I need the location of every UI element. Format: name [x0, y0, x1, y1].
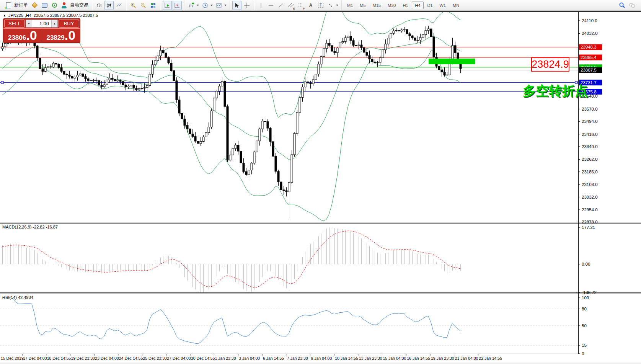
equidistant-channel-icon[interactable]: E	[286, 1, 295, 10]
candle-body	[4, 44, 6, 47]
timeframe-d1-button[interactable]: D1	[424, 2, 436, 9]
rsi-tick-label: 0	[582, 351, 584, 356]
main-pane[interactable]	[0, 12, 578, 221]
price-level-badge-label: 23807.5	[581, 68, 597, 72]
candle-body	[366, 52, 368, 55]
candle-body	[47, 67, 49, 68]
green-highlight-box[interactable]	[429, 59, 475, 64]
period-clock-icon[interactable]	[201, 1, 210, 10]
candle-body	[438, 66, 440, 70]
candle-body	[296, 112, 298, 133]
time-tick-label: 9 Jan 04:00	[311, 356, 332, 361]
volume-value[interactable]: 1.00	[32, 21, 51, 26]
candlestick-chart-icon[interactable]	[104, 1, 114, 10]
candle-body	[69, 75, 70, 77]
candle-body	[425, 31, 427, 35]
candle-body	[63, 71, 65, 74]
macd-label: MACD(12,26,9) -22.82 -16.87	[2, 225, 58, 229]
candle-body	[304, 82, 306, 87]
line-handle[interactable]	[1, 82, 3, 84]
search-icon[interactable]	[618, 1, 627, 10]
period-caret-icon[interactable]	[210, 5, 213, 6]
candle-body	[390, 33, 392, 38]
symbol-period-label: JPN225-,H4	[8, 13, 31, 18]
crosshair-icon[interactable]	[242, 1, 251, 10]
chat-icon[interactable]	[628, 1, 637, 10]
metaeditor-icon[interactable]	[30, 1, 39, 10]
candle-body	[165, 53, 167, 57]
candle-body	[342, 41, 344, 43]
volume-down-button[interactable]: ▼	[26, 20, 32, 27]
vertical-line-icon[interactable]	[256, 1, 266, 10]
candle-body	[58, 64, 60, 68]
new-order-label[interactable]: 新订单	[14, 2, 28, 8]
candle-body	[277, 171, 279, 182]
price-callout-box[interactable]: 23824.9	[531, 57, 569, 72]
text-icon[interactable]: A	[306, 1, 315, 10]
timeframe-h4-button[interactable]: H4	[412, 2, 423, 9]
template-icon[interactable]	[214, 1, 223, 10]
macd-pane[interactable]	[2, 227, 461, 292]
arrows-icon[interactable]	[326, 1, 335, 10]
auto-scroll-icon[interactable]	[163, 1, 172, 10]
candle-body	[130, 85, 132, 86]
volume-up-button[interactable]: ▲	[51, 20, 57, 27]
auto-trading-icon[interactable]	[60, 1, 69, 10]
macd-tick-label: 0.00	[582, 262, 590, 266]
candle-body	[170, 63, 172, 71]
auto-trading-label[interactable]: 自动交易	[70, 2, 88, 8]
candle-body	[114, 79, 116, 81]
time-tick-label: 27 Dec 04:00	[167, 356, 191, 361]
line-chart-icon[interactable]	[114, 1, 124, 10]
bar-chart-icon[interactable]	[95, 1, 104, 10]
zoom-in-icon[interactable]	[129, 1, 138, 10]
candle-body	[208, 127, 210, 133]
timeframe-m15-button[interactable]: M15	[370, 2, 384, 9]
cursor-icon[interactable]	[232, 1, 241, 10]
terminal-icon[interactable]	[40, 1, 49, 10]
rsi-pane[interactable]	[0, 298, 578, 345]
buy-button[interactable]: BUY	[59, 20, 79, 28]
candle-body	[229, 155, 231, 160]
horizontal-line-icon[interactable]	[266, 1, 276, 10]
collapse-arrow-icon[interactable]: ▲	[3, 14, 6, 17]
text-label-icon[interactable]: T	[316, 1, 325, 10]
tile-windows-icon[interactable]	[148, 1, 158, 10]
sell-price[interactable]: 23806 .0	[3, 29, 42, 42]
candle-body	[52, 63, 54, 67]
timeframe-m1-button[interactable]: M1	[344, 2, 356, 9]
timeframe-w1-button[interactable]: W1	[437, 2, 449, 9]
candle-body	[331, 46, 333, 51]
time-tick-label: 18 Dec 14:55	[47, 356, 71, 361]
candle-body	[452, 46, 453, 60]
new-order-icon[interactable]: +	[4, 1, 13, 10]
candle-body	[398, 31, 400, 31]
candle-body	[36, 46, 38, 58]
candle-body	[272, 142, 274, 156]
buy-price[interactable]: 23829 .0	[42, 29, 80, 42]
signal-icon[interactable]	[50, 1, 59, 10]
macd-tick-label: -136.72	[582, 290, 597, 295]
candle-body	[192, 134, 194, 137]
time-tick-label: 7 Jan 23:30	[287, 356, 308, 361]
arrows-caret-icon[interactable]	[336, 5, 338, 6]
new-chart-icon[interactable]	[187, 1, 196, 10]
candle-body	[79, 74, 81, 75]
timeframe-mn-button[interactable]: MN	[450, 2, 462, 9]
zoom-out-icon[interactable]	[139, 1, 148, 10]
timeframe-m30-button[interactable]: M30	[385, 2, 399, 9]
timeframe-m5-button[interactable]: M5	[357, 2, 369, 9]
turning-point-annotation[interactable]: 多空转折点	[523, 82, 588, 100]
sell-button[interactable]: SELL	[4, 20, 25, 28]
candle-body	[441, 70, 443, 72]
candle-body	[433, 37, 435, 57]
timeframe-h1-button[interactable]: H1	[400, 2, 411, 9]
template-caret-icon[interactable]	[224, 5, 227, 6]
new-chart-caret-icon[interactable]	[197, 5, 199, 6]
candle-body	[157, 56, 159, 61]
trendline-icon[interactable]	[276, 1, 285, 10]
candle-body	[213, 98, 215, 111]
candle-body	[411, 36, 413, 38]
fibonacci-icon[interactable]: F	[296, 1, 305, 10]
chart-shift-icon[interactable]	[173, 1, 182, 10]
